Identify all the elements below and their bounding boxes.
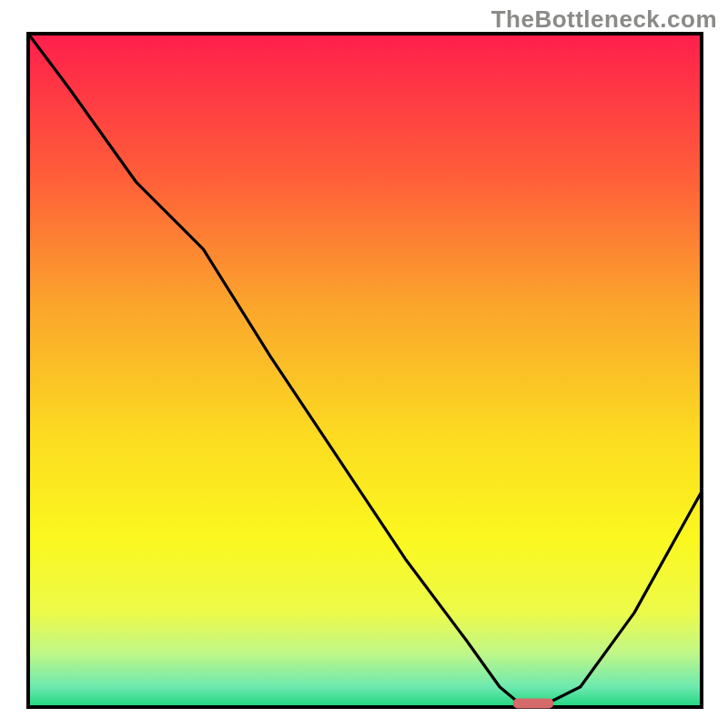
plot-gradient-background: [28, 34, 702, 707]
chart-svg: [0, 0, 728, 728]
watermark-text: TheBottleneck.com: [491, 5, 717, 34]
optimal-range-marker: [513, 699, 553, 709]
bottleneck-chart: TheBottleneck.com: [0, 0, 728, 728]
